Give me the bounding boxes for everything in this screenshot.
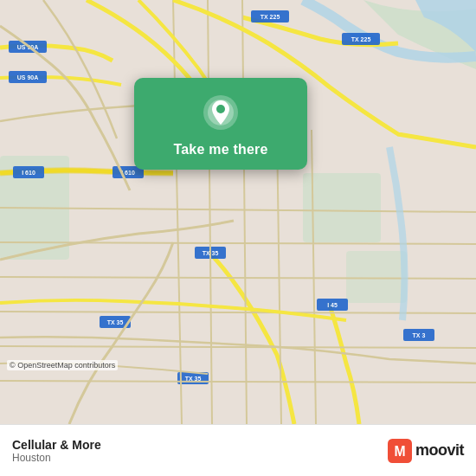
location-name: Cellular & More (12, 438, 101, 452)
map-container: I 610 I 610 US 90A US 90A TX 225 TX 225 … (0, 0, 476, 424)
svg-rect-3 (346, 251, 407, 303)
moovit-logo[interactable]: M moovit (388, 439, 464, 463)
moovit-text: moovit (415, 441, 464, 460)
svg-rect-2 (303, 173, 381, 242)
bottom-bar: Cellular & More Houston M moovit (0, 424, 476, 476)
osm-attribution: © OpenStreetMap contributors (7, 360, 118, 370)
svg-point-39 (216, 105, 225, 113)
svg-text:TX 225: TX 225 (261, 14, 280, 20)
svg-text:M: M (394, 444, 405, 459)
svg-text:TX 225: TX 225 (351, 36, 371, 42)
svg-text:I 610: I 610 (22, 170, 35, 176)
location-city: Houston (12, 452, 101, 464)
location-card: Take me there (134, 78, 307, 170)
svg-text:TX 35: TX 35 (107, 319, 124, 325)
svg-text:TX 3: TX 3 (413, 332, 426, 338)
svg-text:US 90A: US 90A (17, 74, 39, 80)
svg-text:I 45: I 45 (327, 302, 338, 308)
take-me-there-button[interactable]: Take me there (173, 142, 267, 158)
location-pin-icon (202, 93, 240, 135)
moovit-icon: M (388, 439, 412, 463)
location-info: Cellular & More Houston (12, 438, 101, 464)
